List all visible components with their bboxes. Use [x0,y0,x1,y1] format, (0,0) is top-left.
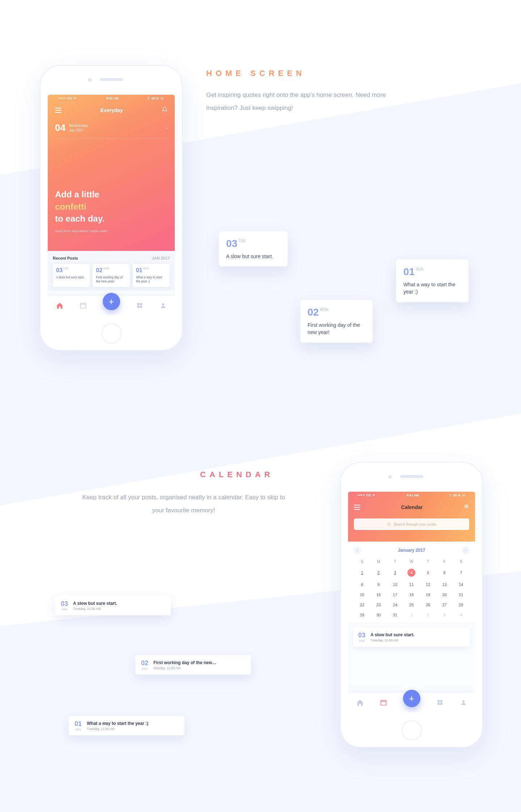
calendar-day-cell[interactable]: 21 [453,590,469,600]
nav-profile-icon[interactable] [159,302,167,309]
calendar-day-cell[interactable]: 27 [436,600,453,610]
card-dow: MON [103,267,109,270]
list-card-02[interactable]: 02JAN First working day of the new…Monda… [135,655,251,675]
status-time: 9:41 AM [106,97,119,100]
calendar-day-cell[interactable]: 13 [436,580,453,590]
nav-grid-icon[interactable] [136,302,144,309]
calendar-day-cell[interactable]: 6 [436,566,453,580]
fab-add-button[interactable]: + [403,690,420,707]
calendar-day-cell[interactable]: 19 [420,590,436,600]
recent-label: Recent Posts [53,256,78,260]
card-dow: SUN [143,267,148,270]
phone-speaker [400,475,423,478]
nav-calendar-icon[interactable] [380,698,387,706]
calendar-day-cell[interactable]: 10 [387,580,403,590]
date-row[interactable]: 04 Wednesday Jan 2017 › [55,119,168,139]
float-card-03[interactable]: 03TUE A slow but sure start. [219,231,288,266]
calendar-day-cell[interactable]: 17 [387,590,403,600]
list-day: 02 [141,659,148,667]
float-day: 03 [226,238,237,249]
calendar-day-cell[interactable]: 2 [370,566,387,580]
bluetooth-icon: ᛒ [148,97,149,100]
quote-hint: Need more inspiration? Swipe aside! [55,229,168,233]
post-month: JAN [358,639,365,642]
calendar-day-cell[interactable]: 7 [453,566,469,580]
calendar-day-cell[interactable]: 4 [453,610,469,620]
nav-home-icon[interactable] [356,698,364,706]
svg-point-9 [388,523,390,525]
bluetooth-icon: ᛒ [449,493,451,497]
weekday-label: Wednesday [69,123,88,128]
list-title: First working day of the new… [153,660,216,665]
svg-point-5 [162,303,164,305]
bell-icon[interactable] [162,107,168,114]
svg-rect-7 [465,506,469,507]
calendar-day-cell[interactable]: 30 [370,610,387,620]
calendar-day-cell[interactable]: 24 [387,600,403,610]
calendar-day-cell[interactable]: 2 [420,610,436,620]
calendar-topbar: Calendar [354,499,469,516]
calendar-day-cell[interactable]: 23 [370,600,387,610]
calendar-day-cell[interactable]: 3 [387,566,403,580]
recent-card[interactable]: 02MON First working day of the new year! [93,264,130,287]
day-text: Wednesday Jan 2017 [69,123,88,133]
post-day: 03 [358,632,365,639]
calendar-day-cell[interactable]: 3 [436,610,453,620]
post-title: A slow but sure start. [370,632,415,637]
list-card-03[interactable]: 03JAN A slow but sure start.Tuesday, 11:… [55,596,171,615]
nav-home-icon[interactable] [56,302,64,309]
nav-calendar-icon[interactable] [79,302,87,309]
float-card-01[interactable]: 01SUN What a way to start the year :) [396,260,469,302]
calendar-title: Calendar [401,504,423,510]
calendar-day-cell[interactable]: 5 [420,566,436,580]
calendar-dow: S [453,557,469,566]
nav-grid-icon[interactable] [436,698,444,706]
section-body-calendar: Keep track of all your posts, organised … [80,491,288,517]
search-input[interactable]: Search through your posts [354,518,469,530]
calendar-day-cell[interactable]: 15 [354,590,370,600]
menu-icon[interactable] [354,505,360,510]
calendar-day-cell[interactable]: 29 [354,610,370,620]
calendar-day-cell[interactable]: 1 [354,566,370,580]
calendar-day-cell[interactable]: 4 [403,566,420,580]
recent-card[interactable]: 01SUN What a way to start the year :) [133,264,170,287]
chevron-right-icon[interactable]: › [166,125,168,131]
fab-add-button[interactable]: + [103,293,120,310]
calendar-day-cell[interactable]: 18 [403,590,420,600]
post-sub: Tuesday, 11:30 AM [370,638,415,642]
home-title: Everyday [100,107,123,113]
quote-block[interactable]: Add a little confetti to each day. Need … [55,188,168,233]
prev-month-button[interactable]: ‹ [354,547,361,554]
screen-home: •••∘∘ GSᯤ 9:41 AM ᛒ58 %▭ Everyday 04 Wed… [48,95,175,315]
calendar-selected-post[interactable]: 03JAN A slow but sure start.Tuesday, 11:… [353,627,470,647]
calendar-day-cell[interactable]: 16 [370,590,387,600]
calendar-day-cell[interactable]: 20 [436,590,453,600]
calendar-dow: T [387,557,403,566]
calendar-day-cell[interactable]: 9 [370,580,387,590]
view-toggle-icon[interactable] [463,504,469,510]
calendar-day-cell[interactable]: 25 [403,600,420,610]
float-day: 01 [403,266,415,278]
nav-profile-icon[interactable] [459,698,467,706]
battery-label: 58 % [151,97,159,100]
svg-rect-0 [80,303,86,308]
home-gradient-area: •••∘∘ GSᯤ 9:41 AM ᛒ58 %▭ Everyday 04 Wed… [48,95,175,251]
calendar-day-cell[interactable]: 1 [403,610,420,620]
menu-icon[interactable] [55,108,62,113]
next-month-button[interactable]: › [462,547,469,554]
calendar-day-cell[interactable]: 28 [453,600,469,610]
list-card-01[interactable]: 01JAN What a way to start the year :)Tue… [69,716,185,735]
float-card-02[interactable]: 02MON First working day of the new year! [300,300,373,343]
calendar-day-cell[interactable]: 8 [354,580,370,590]
calendar-day-cell[interactable]: 12 [420,580,436,590]
recent-card[interactable]: 03TUE A slow but sure start. [53,264,90,287]
float-text: What a way to start the year :) [403,281,461,296]
calendar-day-cell[interactable]: 22 [354,600,370,610]
calendar-day-cell[interactable]: 11 [403,580,420,590]
list-title: A slow but sure start. [73,601,117,606]
calendar-dow: M [370,557,387,566]
calendar-day-cell[interactable]: 26 [420,600,436,610]
card-day: 03 [56,267,63,274]
calendar-day-cell[interactable]: 31 [387,610,403,620]
calendar-day-cell[interactable]: 14 [453,580,469,590]
